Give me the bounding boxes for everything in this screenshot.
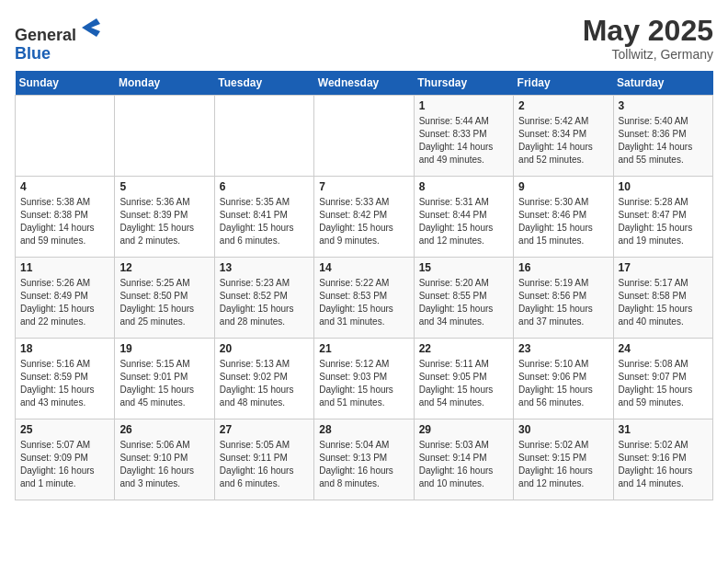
day-detail: Sunrise: 5:04 AM Sunset: 9:13 PM Dayligh… [319,439,408,490]
day-number: 2 [518,99,608,112]
day-number: 4 [20,180,109,193]
page-header: General Blue May 2025 Tollwitz, Germany [15,15,713,63]
calendar-cell: 11Sunrise: 5:26 AM Sunset: 8:49 PM Dayli… [16,257,115,338]
day-number: 10 [619,180,708,193]
weekday-wednesday: Wednesday [314,71,414,96]
day-number: 7 [319,180,408,193]
calendar-cell: 4Sunrise: 5:38 AM Sunset: 8:38 PM Daylig… [16,176,115,257]
day-detail: Sunrise: 5:15 AM Sunset: 9:01 PM Dayligh… [119,358,209,409]
calendar-cell: 6Sunrise: 5:35 AM Sunset: 8:41 PM Daylig… [214,176,313,257]
calendar-cell: 31Sunrise: 5:02 AM Sunset: 9:16 PM Dayli… [613,419,712,500]
calendar-week-4: 18Sunrise: 5:16 AM Sunset: 8:59 PM Dayli… [16,338,713,419]
weekday-friday: Friday [514,71,613,96]
calendar-cell: 16Sunrise: 5:19 AM Sunset: 8:56 PM Dayli… [514,257,613,338]
calendar-cell: 1Sunrise: 5:44 AM Sunset: 8:33 PM Daylig… [414,95,513,176]
calendar-cell: 23Sunrise: 5:10 AM Sunset: 9:06 PM Dayli… [514,338,613,419]
day-detail: Sunrise: 5:17 AM Sunset: 8:58 PM Dayligh… [619,277,708,328]
calendar-cell: 26Sunrise: 5:06 AM Sunset: 9:10 PM Dayli… [115,419,214,500]
day-detail: Sunrise: 5:03 AM Sunset: 9:14 PM Dayligh… [419,439,508,490]
day-detail: Sunrise: 5:26 AM Sunset: 8:49 PM Dayligh… [20,277,109,328]
day-detail: Sunrise: 5:19 AM Sunset: 8:56 PM Dayligh… [518,277,608,328]
day-detail: Sunrise: 5:40 AM Sunset: 8:36 PM Dayligh… [619,115,708,167]
day-detail: Sunrise: 5:36 AM Sunset: 8:39 PM Dayligh… [119,196,209,247]
calendar-cell: 2Sunrise: 5:42 AM Sunset: 8:34 PM Daylig… [514,95,613,176]
logo: General Blue [15,15,104,63]
calendar-cell: 18Sunrise: 5:16 AM Sunset: 8:59 PM Dayli… [16,338,115,419]
day-number: 16 [518,261,608,274]
calendar-title: May 2025 [583,15,713,47]
day-number: 30 [518,423,608,436]
day-detail: Sunrise: 5:13 AM Sunset: 9:02 PM Dayligh… [220,358,309,409]
calendar-cell [16,95,115,176]
calendar-cell: 13Sunrise: 5:23 AM Sunset: 8:52 PM Dayli… [214,257,313,338]
day-detail: Sunrise: 5:31 AM Sunset: 8:44 PM Dayligh… [419,196,508,247]
day-number: 13 [220,261,309,274]
day-detail: Sunrise: 5:05 AM Sunset: 9:11 PM Dayligh… [220,439,309,490]
day-detail: Sunrise: 5:12 AM Sunset: 9:03 PM Dayligh… [319,358,408,409]
day-number: 23 [518,342,608,355]
day-detail: Sunrise: 5:16 AM Sunset: 8:59 PM Dayligh… [20,358,109,409]
logo-bird-icon [78,15,104,40]
day-detail: Sunrise: 5:25 AM Sunset: 8:50 PM Dayligh… [119,277,209,328]
day-number: 11 [20,261,109,274]
calendar-cell: 25Sunrise: 5:07 AM Sunset: 9:09 PM Dayli… [16,419,115,500]
calendar-cell: 29Sunrise: 5:03 AM Sunset: 9:14 PM Dayli… [414,419,513,500]
day-detail: Sunrise: 5:08 AM Sunset: 9:07 PM Dayligh… [619,358,708,409]
calendar-week-1: 1Sunrise: 5:44 AM Sunset: 8:33 PM Daylig… [16,95,713,176]
day-number: 6 [220,180,309,193]
day-number: 22 [419,342,508,355]
weekday-header-row: SundayMondayTuesdayWednesdayThursdayFrid… [16,71,713,96]
calendar-cell [115,95,214,176]
day-detail: Sunrise: 5:23 AM Sunset: 8:52 PM Dayligh… [220,277,309,328]
calendar-cell: 20Sunrise: 5:13 AM Sunset: 9:02 PM Dayli… [214,338,313,419]
day-number: 28 [319,423,408,436]
day-number: 14 [319,261,408,274]
day-number: 19 [119,342,209,355]
weekday-sunday: Sunday [16,71,115,96]
calendar-cell: 14Sunrise: 5:22 AM Sunset: 8:53 PM Dayli… [314,257,414,338]
calendar-cell: 28Sunrise: 5:04 AM Sunset: 9:13 PM Dayli… [314,419,414,500]
calendar-cell: 15Sunrise: 5:20 AM Sunset: 8:55 PM Dayli… [414,257,513,338]
day-number: 27 [220,423,309,436]
day-number: 25 [20,423,109,436]
calendar-cell: 9Sunrise: 5:30 AM Sunset: 8:46 PM Daylig… [514,176,613,257]
day-detail: Sunrise: 5:22 AM Sunset: 8:53 PM Dayligh… [319,277,408,328]
day-number: 29 [419,423,508,436]
calendar-week-5: 25Sunrise: 5:07 AM Sunset: 9:09 PM Dayli… [16,419,713,500]
svg-marker-0 [82,18,100,37]
calendar-cell [314,95,414,176]
day-number: 15 [419,261,508,274]
calendar-cell: 22Sunrise: 5:11 AM Sunset: 9:05 PM Dayli… [414,338,513,419]
calendar-cell: 30Sunrise: 5:02 AM Sunset: 9:15 PM Dayli… [514,419,613,500]
calendar-cell [214,95,313,176]
day-detail: Sunrise: 5:38 AM Sunset: 8:38 PM Dayligh… [20,196,109,247]
day-number: 5 [119,180,209,193]
calendar-cell: 17Sunrise: 5:17 AM Sunset: 8:58 PM Dayli… [613,257,712,338]
day-detail: Sunrise: 5:28 AM Sunset: 8:47 PM Dayligh… [619,196,708,247]
day-detail: Sunrise: 5:30 AM Sunset: 8:46 PM Dayligh… [518,196,608,247]
day-detail: Sunrise: 5:07 AM Sunset: 9:09 PM Dayligh… [20,439,109,490]
calendar-cell: 21Sunrise: 5:12 AM Sunset: 9:03 PM Dayli… [314,338,414,419]
calendar-subtitle: Tollwitz, Germany [583,47,713,62]
day-number: 8 [419,180,508,193]
weekday-monday: Monday [115,71,214,96]
calendar-cell: 10Sunrise: 5:28 AM Sunset: 8:47 PM Dayli… [613,176,712,257]
calendar-table: SundayMondayTuesdayWednesdayThursdayFrid… [15,71,713,500]
logo-general: General [15,26,76,44]
day-detail: Sunrise: 5:44 AM Sunset: 8:33 PM Dayligh… [419,115,508,167]
day-detail: Sunrise: 5:10 AM Sunset: 9:06 PM Dayligh… [518,358,608,409]
calendar-cell: 27Sunrise: 5:05 AM Sunset: 9:11 PM Dayli… [214,419,313,500]
day-number: 17 [619,261,708,274]
calendar-cell: 3Sunrise: 5:40 AM Sunset: 8:36 PM Daylig… [613,95,712,176]
day-number: 18 [20,342,109,355]
calendar-week-2: 4Sunrise: 5:38 AM Sunset: 8:38 PM Daylig… [16,176,713,257]
logo-blue: Blue [15,44,51,63]
day-number: 21 [319,342,408,355]
day-detail: Sunrise: 5:02 AM Sunset: 9:16 PM Dayligh… [619,439,708,490]
calendar-cell: 8Sunrise: 5:31 AM Sunset: 8:44 PM Daylig… [414,176,513,257]
weekday-thursday: Thursday [414,71,513,96]
day-number: 9 [518,180,608,193]
day-detail: Sunrise: 5:02 AM Sunset: 9:15 PM Dayligh… [518,439,608,490]
weekday-tuesday: Tuesday [214,71,313,96]
day-number: 12 [119,261,209,274]
